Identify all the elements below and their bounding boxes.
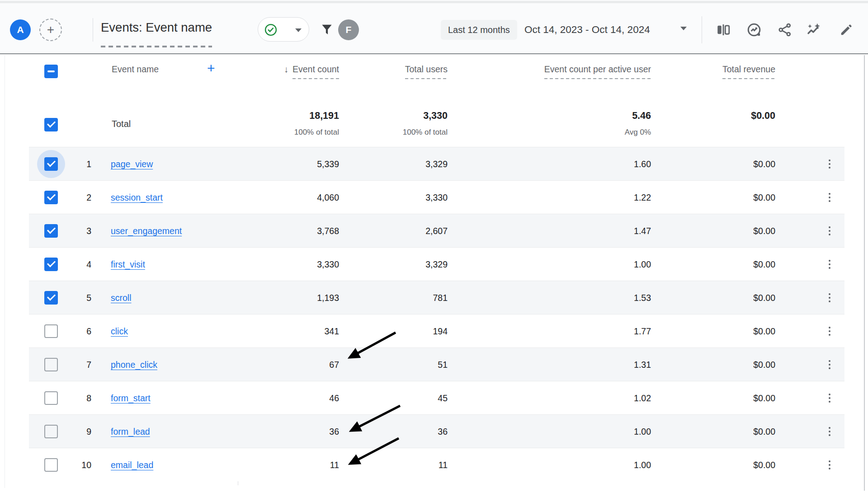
revenue-value: $0.00 [640,348,775,381]
row-checkbox[interactable] [44,324,58,338]
sort-arrow-down-icon: ↓ [284,64,288,74]
event-name-link[interactable]: session_start [111,181,163,214]
row-index: 5 [70,281,91,314]
scorecard-button[interactable] [746,22,763,38]
row-index: 8 [70,381,91,415]
table-body: 1 page_view 5,339 3,329 1.60 $0.00 2 ses… [29,147,844,481]
per-user-value: 1.00 [515,448,651,482]
per-user-value: 1.00 [515,415,651,448]
row-checkbox[interactable] [44,157,58,171]
row-menu-button[interactable] [824,292,835,303]
row-menu-button[interactable] [824,225,835,236]
column-header-total-users[interactable]: Total users [312,64,448,79]
column-header-per-active-user[interactable]: Event count per active user [515,64,651,79]
row-index: 3 [70,214,91,248]
total-users-value: 11 [312,448,448,482]
row-menu-button[interactable] [824,393,835,403]
total-users-value: 3,329 [312,248,448,281]
date-range-text[interactable]: Oct 14, 2023 - Oct 14, 2024 [524,20,650,40]
date-preset-chip[interactable]: Last 12 months [441,20,517,40]
row-checkbox[interactable] [44,258,58,271]
total-users-value: 781 [312,281,448,314]
select-all-checkbox[interactable] [44,65,58,78]
row-checkbox[interactable] [44,224,58,238]
total-users-value: 2,607 [312,214,448,248]
row-menu-button[interactable] [824,359,835,370]
date-chevron-down-icon[interactable] [680,27,687,30]
column-header-event-name: Event name [112,64,159,75]
per-user-value: 1.02 [515,381,651,415]
event-name-link[interactable]: first_visit [111,248,145,281]
row-checkbox[interactable] [44,391,58,405]
filter-button[interactable] [319,22,335,38]
per-user-value: 1.77 [515,314,651,348]
row-menu-button[interactable] [824,460,835,470]
profile-avatar[interactable]: F [338,19,359,40]
event-name-link[interactable]: email_lead [111,448,153,482]
row-menu-button[interactable] [824,326,835,337]
event-name-link[interactable]: user_engagement [111,214,182,248]
share-button[interactable] [777,22,793,38]
table-total-row: Total 18,191 100% of total 3,330 100% of… [29,90,844,147]
edit-button[interactable] [839,22,855,38]
table-row: 2 session_start 4,060 3,330 1.22 $0.00 [29,180,844,214]
table-row: 8 form_start 46 45 1.02 $0.00 [29,381,844,414]
event-name-link[interactable]: form_lead [111,415,150,448]
row-index: 2 [70,181,91,214]
revenue-value: $0.00 [640,314,775,348]
row-checkbox[interactable] [44,358,58,371]
event-name-link[interactable]: form_start [111,381,151,415]
row-index: 6 [70,314,91,348]
account-avatar[interactable]: A [10,19,31,40]
column-header-total-revenue[interactable]: Total revenue [640,64,775,79]
event-name-link[interactable]: phone_click [111,348,157,381]
total-row-checkbox[interactable] [44,118,58,131]
scrollbar-track[interactable] [864,55,865,491]
total-per-user: 5.46 Avg 0% [515,109,651,138]
row-checkbox[interactable] [44,291,58,305]
per-user-value: 1.00 [515,248,651,281]
revenue-value: $0.00 [640,214,775,248]
table-header-row: Event name + ↓Event count Total users Ev… [29,55,844,90]
total-users-value: 3,329 [312,147,448,181]
table-row: 4 first_visit 3,330 3,329 1.00 $0.00 [29,247,844,281]
compare-button[interactable] [716,22,732,38]
table-row: 3 user_engagement 3,768 2,607 1.47 $0.00 [29,214,844,247]
total-revenue: $0.00 [640,109,775,122]
trend-circle-icon [746,22,762,38]
event-name-link[interactable]: page_view [111,147,153,181]
per-user-value: 1.53 [515,281,651,314]
row-menu-button[interactable] [824,159,835,169]
revenue-value: $0.00 [640,381,775,415]
event-name-link[interactable]: click [111,314,128,348]
table-row: 10 email_lead 11 11 1.00 $0.00 [29,448,844,481]
share-icon [777,22,793,38]
add-report-button[interactable]: + [39,19,62,41]
revenue-value: $0.00 [640,181,775,214]
total-users-value: 194 [312,314,448,348]
per-user-value: 1.31 [515,348,651,381]
per-user-value: 1.22 [515,181,651,214]
page-title: Events: Event name [101,20,212,47]
pencil-icon [839,22,854,38]
header-divider [93,18,93,42]
total-users: 3,330 100% of total [312,109,448,138]
row-checkbox[interactable] [44,425,58,438]
revenue-value: $0.00 [640,248,775,281]
card-left-edge [5,55,5,488]
insights-button[interactable] [806,22,822,38]
row-checkbox[interactable] [44,458,58,472]
event-name-link[interactable]: scroll [111,281,132,314]
row-index: 9 [70,415,91,448]
total-users-value: 51 [312,348,448,381]
report-status-dropdown[interactable] [258,17,309,42]
per-user-value: 1.60 [515,147,651,181]
total-label: Total [112,117,131,130]
row-menu-button[interactable] [824,259,835,270]
row-index: 1 [70,147,91,181]
row-menu-button[interactable] [824,192,835,203]
row-checkbox[interactable] [44,191,58,204]
chevron-down-icon [295,28,302,32]
row-menu-button[interactable] [824,426,835,437]
row-index: 4 [70,248,91,281]
